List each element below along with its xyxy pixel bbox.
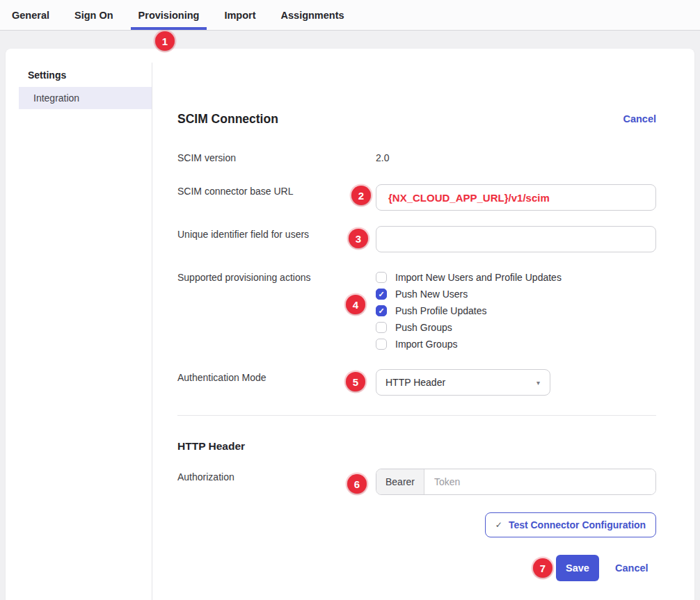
cancel-link-bottom[interactable]: Cancel	[615, 562, 649, 574]
tab-import[interactable]: Import	[224, 0, 255, 30]
sidebar-section-settings: Settings	[28, 70, 66, 81]
checkbox-label: Push New Users	[395, 289, 468, 300]
annotation-badge-4: 4	[346, 295, 365, 314]
provisioning-actions-list: Import New Users and Profile Updates Pus…	[376, 269, 562, 352]
app-tab-bar: General Sign On Provisioning Import Assi…	[0, 0, 700, 31]
unique-id-input[interactable]	[376, 226, 656, 252]
tab-label: Sign On	[74, 10, 113, 21]
checkbox-icon[interactable]	[376, 305, 387, 316]
checkbox-row-import-new-users[interactable]: Import New Users and Profile Updates	[376, 269, 562, 286]
sidebar-item-integration[interactable]: Integration	[19, 87, 152, 109]
base-url-label: SCIM connector base URL	[177, 186, 294, 197]
tab-label: Import	[224, 10, 255, 21]
bearer-prefix: Bearer	[376, 469, 424, 494]
test-connector-label: Test Connector Configuration	[509, 519, 646, 530]
checkbox-label: Push Profile Updates	[395, 305, 487, 316]
annotation-badge-7: 7	[533, 558, 552, 578]
base-url-input[interactable]	[376, 184, 656, 211]
annotation-badge-3: 3	[349, 229, 368, 248]
checkbox-row-push-new-users[interactable]: Push New Users	[376, 286, 562, 302]
tab-assignments[interactable]: Assignments	[281, 0, 344, 30]
tab-label: Assignments	[281, 10, 344, 21]
checkbox-label: Import Groups	[395, 339, 457, 350]
http-header-section-title: HTTP Header	[177, 440, 245, 453]
checkbox-row-push-profile-updates[interactable]: Push Profile Updates	[376, 302, 562, 319]
authorization-input-group: Bearer	[376, 469, 656, 495]
test-connector-configuration-button[interactable]: ✓ Test Connector Configuration	[485, 512, 656, 537]
scim-version-value: 2.0	[376, 152, 389, 163]
checkbox-row-import-groups[interactable]: Import Groups	[376, 336, 562, 352]
save-button[interactable]: Save	[556, 555, 599, 581]
auth-mode-label: Authentication Mode	[177, 372, 267, 383]
cancel-link-top[interactable]: Cancel	[623, 113, 656, 124]
token-input[interactable]	[424, 469, 655, 494]
tab-label: General	[12, 10, 49, 21]
page-title: SCIM Connection	[177, 112, 278, 127]
checkbox-row-push-groups[interactable]: Push Groups	[376, 319, 562, 336]
annotation-badge-1: 1	[155, 31, 175, 51]
tab-label: Provisioning	[138, 10, 200, 21]
annotation-badge-5: 5	[346, 372, 365, 391]
auth-mode-dropdown[interactable]: HTTP Header ▾	[376, 369, 550, 396]
checkbox-label: Push Groups	[395, 322, 452, 333]
unique-id-label: Unique identifier field for users	[177, 229, 309, 240]
checkbox-icon[interactable]	[376, 289, 387, 300]
scim-version-label: SCIM version	[177, 152, 236, 163]
annotation-badge-6: 6	[347, 474, 367, 494]
tab-sign-on[interactable]: Sign On	[74, 0, 113, 30]
auth-mode-selected-value: HTTP Header	[385, 377, 445, 388]
tab-general[interactable]: General	[12, 0, 49, 30]
checkbox-icon[interactable]	[376, 322, 387, 333]
chevron-down-icon: ▾	[536, 379, 540, 387]
sidebar-divider	[152, 63, 152, 600]
checkbox-label: Import New Users and Profile Updates	[395, 272, 562, 283]
check-icon: ✓	[495, 520, 502, 530]
provisioning-panel: Settings Integration SCIM Connection Can…	[6, 49, 694, 600]
tab-provisioning[interactable]: Provisioning	[138, 0, 200, 30]
authorization-label: Authorization	[177, 471, 234, 483]
section-divider	[177, 415, 656, 416]
checkbox-icon[interactable]	[376, 272, 387, 283]
checkbox-icon[interactable]	[376, 339, 387, 350]
provisioning-actions-label: Supported provisioning actions	[177, 272, 310, 283]
annotation-badge-2: 2	[351, 186, 371, 205]
sidebar-item-label: Integration	[33, 92, 79, 104]
